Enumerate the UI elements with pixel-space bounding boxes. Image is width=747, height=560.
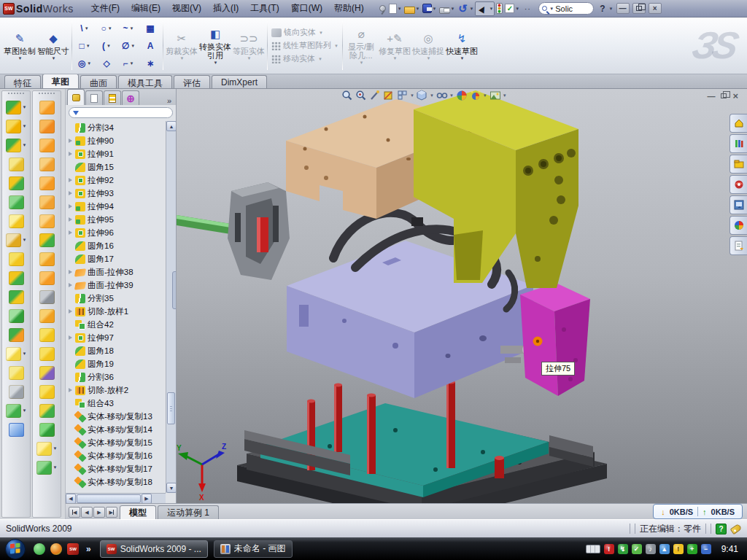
zoom-to-fit-button[interactable]	[341, 90, 353, 101]
doc-close-button[interactable]: ×	[732, 90, 738, 101]
sketch-entity-tool-0-2[interactable]: ~▼	[117, 20, 139, 37]
entity-caret[interactable]: ▼	[85, 26, 89, 31]
menu-file[interactable]: 文件(F)	[85, 1, 125, 15]
scroll-thumb[interactable]	[167, 392, 175, 424]
taskbar-window-paint[interactable]: 未命名 - 画图	[214, 540, 293, 558]
tree-filter-box[interactable]	[69, 107, 173, 118]
tree-item[interactable]: 分割35	[66, 292, 166, 305]
menu-window[interactable]: 窗口(W)	[285, 1, 328, 15]
toolbar-a-tool-10[interactable]	[2, 268, 30, 287]
toolbar-b-tool-12[interactable]	[33, 306, 61, 325]
expand-arrow-icon[interactable]	[67, 217, 73, 222]
sketch-entity-tool-1-2[interactable]: ∅▼	[117, 37, 139, 55]
task-pane-appearances-scenes[interactable]	[729, 216, 747, 235]
open-button[interactable]: ▼	[403, 3, 421, 15]
scroll-right-button[interactable]: ▶	[142, 494, 152, 503]
scroll-down-button[interactable]: ▼	[166, 483, 177, 493]
part-guide-rod[interactable]	[177, 215, 235, 235]
menu-edit[interactable]: 编辑(E)	[125, 1, 166, 15]
expand-arrow-icon[interactable]	[67, 283, 73, 287]
select-arrow-button[interactable]: ▶▼	[475, 1, 495, 16]
tab-motion-study[interactable]: 运动算例 1	[158, 505, 219, 519]
sketch-entity-tool-0-0[interactable]: \▼	[74, 20, 96, 37]
toolbar-a-tool-15[interactable]	[2, 363, 30, 382]
tray-sync-status-icon[interactable]: −	[701, 544, 711, 554]
quick-tip-help-button[interactable]: ?	[716, 524, 727, 534]
entity-caret[interactable]: ▼	[131, 44, 135, 48]
entity-caret[interactable]: ▼	[130, 61, 134, 66]
display-style-caret[interactable]: ▼	[430, 93, 434, 98]
tree-item[interactable]: 圆角16	[66, 239, 166, 252]
toolbar-a-tool-9[interactable]	[2, 249, 30, 268]
toolbar-b-tool-1[interactable]	[33, 98, 61, 117]
quick-launch-overflow[interactable]: »	[86, 544, 91, 554]
tree-item[interactable]: 切除-放样2	[66, 384, 166, 397]
section-view-button[interactable]	[383, 90, 395, 101]
taskbar-window-solidworks[interactable]: SWSolidWorks 2009 - ...	[100, 540, 208, 558]
toolbar-b-tool-5[interactable]	[33, 174, 61, 192]
entity-caret[interactable]: ▼	[86, 44, 90, 48]
tree-item[interactable]: 拉伸95	[66, 213, 166, 226]
menu-tools[interactable]: 工具(T)	[244, 1, 285, 15]
save-button[interactable]: ▼	[422, 3, 438, 14]
help-button[interactable]: ?	[598, 4, 606, 14]
tool-caret[interactable]: ▼	[23, 105, 27, 109]
magic-wand-button[interactable]	[369, 90, 381, 101]
window-close-button[interactable]: ×	[649, 3, 662, 14]
toolbar-a-tool-17[interactable]: ▼	[2, 401, 30, 420]
view-orientation-caret[interactable]: ▼	[410, 93, 414, 98]
search-box[interactable]: ▼ Solic	[538, 2, 594, 15]
tool-caret[interactable]: ▼	[23, 124, 27, 128]
task-pane-search[interactable]	[729, 175, 747, 194]
toolbar-b-tool-7[interactable]	[33, 211, 61, 230]
toolbar-a-tool-6[interactable]	[2, 192, 30, 211]
tree-item[interactable]: 分割34	[66, 121, 166, 134]
tray-input-keyboard-icon[interactable]	[586, 545, 600, 553]
tool-caret[interactable]: ▼	[23, 351, 27, 356]
expand-arrow-icon[interactable]	[67, 388, 73, 392]
save-dropdown-caret[interactable]: ▼	[433, 7, 437, 11]
toolbar-b-tool-11[interactable]	[33, 287, 61, 306]
tool-caret[interactable]: ▼	[53, 465, 58, 470]
expand-arrow-icon[interactable]	[67, 270, 73, 274]
toolbar-b-tool-13[interactable]	[33, 325, 61, 344]
part-side-insert[interactable]	[520, 283, 590, 396]
toolbar-a-tool-11[interactable]	[2, 287, 30, 306]
toolbar-b-tool-14[interactable]	[33, 344, 61, 363]
model-3d-view[interactable]: X Y Z	[177, 89, 747, 503]
toolbar-drag-grip[interactable]	[39, 93, 55, 96]
sketch-entity-tool-2-0[interactable]: ◎▼	[74, 55, 96, 72]
sketch-entity-tool-1-0[interactable]: □▼	[74, 37, 96, 55]
tree-item[interactable]: 拉伸92	[66, 174, 166, 187]
search-input[interactable]: Solic	[555, 4, 587, 13]
smart-dimension-button[interactable]: ◆智能尺寸▼	[36, 19, 70, 72]
undo-dropdown-caret[interactable]: ▼	[469, 7, 473, 11]
scroll-left-button[interactable]: ◀	[66, 494, 76, 503]
camera-scene-caret[interactable]: ▼	[503, 93, 507, 98]
task-pane-custom-properties[interactable]	[729, 236, 747, 255]
tree-item[interactable]: 拉伸96	[66, 226, 166, 239]
toolbar-a-tool-13[interactable]	[2, 325, 30, 344]
task-pane-solidworks-resources[interactable]	[729, 114, 747, 133]
toolbar-a-tool-16[interactable]	[2, 382, 30, 401]
quick-launch-launcher-orange[interactable]	[50, 543, 62, 555]
tray-network-warning-icon[interactable]: !	[673, 544, 684, 554]
next-tab-button[interactable]: ▶	[93, 507, 105, 518]
toolbar-a-tool-4[interactable]	[2, 155, 30, 174]
tree-item[interactable]: 曲面-拉伸38	[66, 265, 166, 279]
tab-evaluate[interactable]: 评估	[174, 75, 210, 88]
sketch-button[interactable]: ✎草图绘制▼	[3, 19, 36, 72]
tree-item[interactable]: 实体-移动/复制13	[66, 410, 166, 423]
tree-item[interactable]: 组合43	[66, 397, 166, 410]
toolbar-b-tool-20[interactable]: ▼	[33, 458, 61, 477]
tray-guard-plus-shield-icon[interactable]: +	[687, 544, 697, 554]
toolbar-a-tool-8[interactable]: ▼	[2, 230, 30, 249]
expand-arrow-icon[interactable]	[67, 191, 73, 195]
rapid-sketch-button-caret[interactable]: ▼	[460, 56, 464, 61]
tool-caret[interactable]: ▼	[23, 143, 27, 147]
hscroll-thumb[interactable]	[77, 494, 141, 503]
tree-item[interactable]: 拉伸97	[66, 331, 166, 344]
expand-arrow-icon[interactable]	[67, 178, 73, 182]
convert-entities-button-caret[interactable]: ▼	[214, 61, 218, 65]
camera-scene-button[interactable]: ▼	[489, 90, 507, 101]
